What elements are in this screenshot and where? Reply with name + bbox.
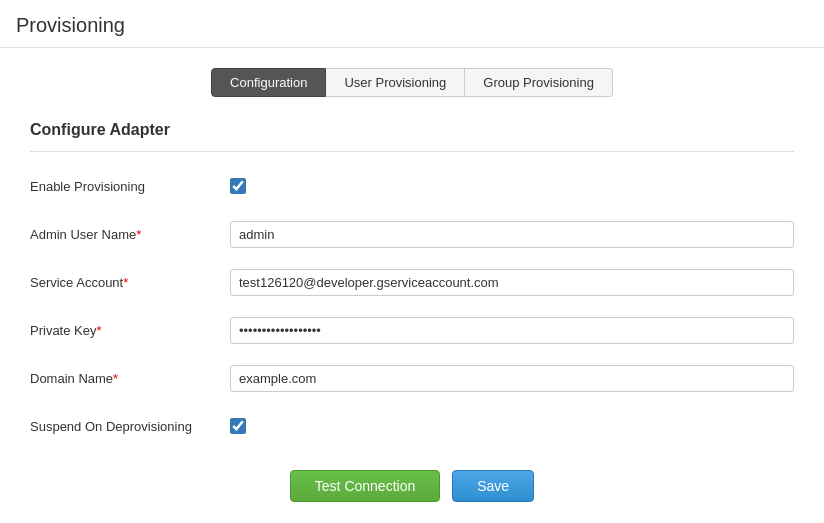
required-star: * [113,371,118,386]
tab-group-provisioning[interactable]: Group Provisioning [465,68,613,97]
domain-name-input[interactable] [230,365,794,392]
page-header: Provisioning [0,0,824,48]
private-key-label: Private Key* [30,323,230,338]
suspend-on-deprovisioning-checkbox[interactable] [230,418,246,434]
private-key-input[interactable] [230,317,794,344]
domain-name-row: Domain Name* [30,362,794,394]
enable-provisioning-row: Enable Provisioning [30,170,794,202]
required-star: * [96,323,101,338]
service-account-label: Service Account* [30,275,230,290]
admin-user-name-label: Admin User Name* [30,227,230,242]
domain-name-label: Domain Name* [30,371,230,386]
required-star: * [123,275,128,290]
save-button[interactable]: Save [452,470,534,502]
tab-bar: Configuration User Provisioning Group Pr… [30,68,794,97]
admin-user-name-input[interactable] [230,221,794,248]
enable-provisioning-label: Enable Provisioning [30,179,230,194]
tab-configuration[interactable]: Configuration [211,68,326,97]
suspend-on-deprovisioning-row: Suspend On Deprovisioning [30,410,794,442]
test-connection-button[interactable]: Test Connection [290,470,440,502]
enable-provisioning-checkbox[interactable] [230,178,246,194]
button-area: Test Connection Save [30,470,794,502]
service-account-input[interactable] [230,269,794,296]
section-title: Configure Adapter [30,121,794,139]
tab-user-provisioning[interactable]: User Provisioning [326,68,465,97]
suspend-on-deprovisioning-label: Suspend On Deprovisioning [30,419,230,434]
section-divider [30,151,794,152]
required-star: * [136,227,141,242]
page-title: Provisioning [16,14,808,37]
admin-user-name-row: Admin User Name* [30,218,794,250]
main-content: Configuration User Provisioning Group Pr… [0,48,824,522]
private-key-row: Private Key* [30,314,794,346]
service-account-row: Service Account* [30,266,794,298]
configure-adapter-section: Configure Adapter Enable Provisioning Ad… [30,121,794,502]
